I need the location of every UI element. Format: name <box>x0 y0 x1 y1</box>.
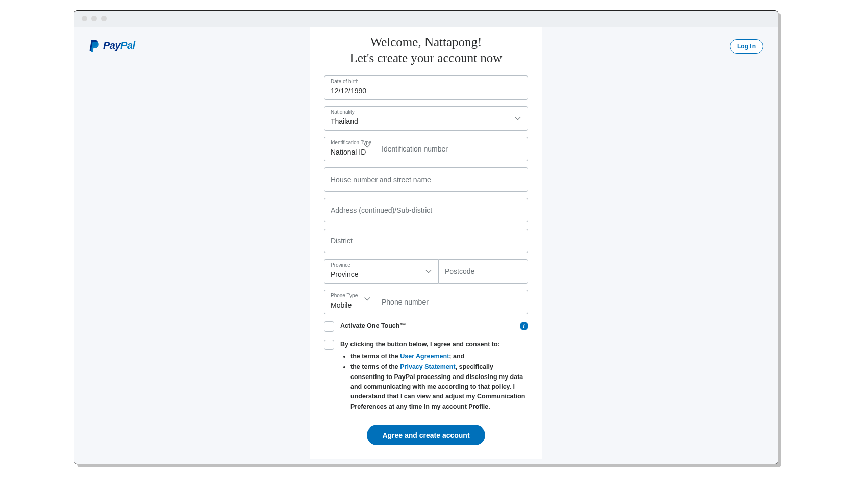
id-number-placeholder: Identification number <box>375 145 528 153</box>
district-placeholder: District <box>324 237 528 245</box>
address-line1-input[interactable]: House number and street name <box>324 167 528 192</box>
province-select[interactable]: Province Province <box>324 259 438 284</box>
paypal-logo-mark-icon <box>89 39 100 52</box>
signup-form-panel: Welcome, Nattapong! Let's create your ac… <box>310 27 542 459</box>
postcode-input[interactable]: Postcode <box>438 259 528 284</box>
window-title-bar <box>74 11 778 27</box>
consent-item-privacy: the terms of the Privacy Statement, spec… <box>350 362 528 412</box>
dob-field[interactable]: Date of birth 12/12/1990 <box>324 75 528 100</box>
one-touch-row: Activate One Touch™ i <box>324 321 528 332</box>
page-body: PayPal Log In Welcome, Nattapong! Let's … <box>74 27 778 464</box>
consent-item-user-agreement: the terms of the User Agreement; and <box>350 351 528 361</box>
district-input[interactable]: District <box>324 229 528 253</box>
address-line2-input[interactable]: Address (continued)/Sub-district <box>324 198 528 222</box>
privacy-statement-link[interactable]: Privacy Statement <box>400 363 455 370</box>
page-heading: Welcome, Nattapong! Let's create your ac… <box>324 34 528 66</box>
traffic-light-minimize[interactable] <box>91 16 97 21</box>
heading-line-1: Welcome, Nattapong! <box>324 34 528 50</box>
nationality-label: Nationality <box>331 109 355 115</box>
phone-type-label: Phone Type <box>331 293 358 298</box>
phone-type-select[interactable]: Phone Type Mobile <box>324 290 375 314</box>
postcode-placeholder: Postcode <box>439 267 528 275</box>
login-button[interactable]: Log In <box>730 39 763 54</box>
traffic-light-maximize[interactable] <box>101 16 107 21</box>
consent-checkbox[interactable] <box>324 340 334 350</box>
consent-intro: By clicking the button below, I agree an… <box>340 341 500 348</box>
one-touch-checkbox[interactable] <box>324 321 334 332</box>
agree-create-account-button[interactable]: Agree and create account <box>367 425 485 445</box>
browser-window: PayPal Log In Welcome, Nattapong! Let's … <box>74 10 778 464</box>
province-label: Province <box>331 262 350 268</box>
user-agreement-link[interactable]: User Agreement <box>400 352 449 360</box>
paypal-logo[interactable]: PayPal <box>89 39 135 52</box>
consent-text: By clicking the button below, I agree an… <box>340 340 528 413</box>
phone-number-input[interactable]: Phone number <box>375 290 528 314</box>
paypal-wordmark: PayPal <box>103 40 135 52</box>
id-type-select[interactable]: Identification Type National ID <box>324 137 375 161</box>
dob-label: Date of birth <box>331 79 358 84</box>
address-line1-placeholder: House number and street name <box>324 175 528 184</box>
id-type-label: Identification Type <box>331 140 371 145</box>
nationality-value: Thailand <box>324 109 528 128</box>
nationality-select[interactable]: Nationality Thailand <box>324 106 528 131</box>
info-icon[interactable]: i <box>520 322 528 330</box>
consent-row: By clicking the button below, I agree an… <box>324 340 528 413</box>
address-line2-placeholder: Address (continued)/Sub-district <box>324 206 528 214</box>
heading-line-2: Let's create your account now <box>324 50 528 66</box>
phone-number-placeholder: Phone number <box>375 298 528 306</box>
id-number-input[interactable]: Identification number <box>375 137 528 161</box>
one-touch-label: Activate One Touch™ <box>340 321 406 330</box>
traffic-light-close[interactable] <box>82 16 87 21</box>
